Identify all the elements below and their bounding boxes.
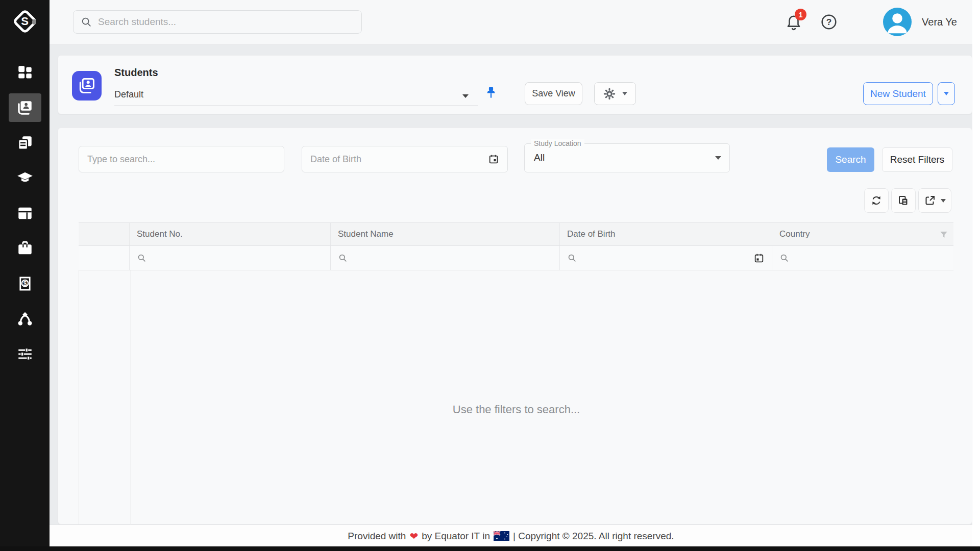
dashboard-grid-icon [16, 64, 34, 81]
chevron-down-icon [944, 92, 949, 95]
dob-filter-input[interactable] [310, 154, 483, 165]
students-list-card: Study Location All Search Reset Filters [58, 128, 972, 524]
page-title: Students [114, 67, 158, 79]
table-body-divider [130, 270, 131, 525]
chevron-down-icon [715, 156, 721, 160]
sliders-settings-icon [16, 345, 34, 363]
calendar-icon[interactable] [488, 154, 499, 165]
quick-search-field[interactable] [79, 146, 284, 172]
gear-icon [603, 87, 616, 101]
copy-icon [897, 194, 910, 207]
new-student-button[interactable]: New Student [863, 82, 933, 105]
chevron-down-icon [941, 199, 946, 203]
graduation-cap-icon [16, 169, 34, 187]
global-search-input[interactable] [98, 16, 354, 28]
notifications-button[interactable]: 1 [785, 12, 802, 32]
notification-badge: 1 [795, 9, 806, 20]
search-icon [137, 253, 146, 263]
sidebar-item-jobs[interactable] [9, 234, 41, 263]
sidebar-item-invoices[interactable]: $ [9, 269, 41, 298]
bottom-bar [0, 546, 980, 551]
export-icon [924, 194, 936, 207]
view-select[interactable]: Default [114, 85, 478, 106]
sidebar-item-documents[interactable] [9, 129, 41, 157]
students-icon [16, 99, 34, 116]
students-module-icon [72, 71, 102, 101]
calendar-icon[interactable] [753, 253, 765, 264]
module-header-card: Students Default Save View [58, 55, 972, 114]
app-window: S [0, 0, 980, 551]
documents-icon [16, 134, 34, 152]
avatar[interactable] [883, 8, 912, 36]
search-icon [338, 253, 348, 263]
global-search[interactable] [73, 10, 362, 34]
svg-text:$: $ [23, 280, 27, 287]
students-table: Student No. Student Name Date of Birth C… [79, 222, 953, 525]
sidebar-item-students[interactable] [9, 93, 41, 122]
col-date-of-birth[interactable]: Date of Birth [560, 223, 772, 245]
table-body: Use the filters to search... [79, 270, 953, 525]
app-logo[interactable]: S [12, 8, 38, 35]
search-icon [567, 253, 577, 263]
dob-filter-field[interactable] [302, 146, 508, 172]
col-select[interactable] [79, 223, 130, 245]
filter-cell-country[interactable] [772, 246, 953, 270]
sidebar: S [0, 0, 50, 551]
new-student-dropdown-button[interactable] [938, 82, 955, 105]
filter-cell-select [79, 246, 130, 270]
chevron-down-icon [462, 94, 469, 98]
filter-cell-student-name[interactable] [331, 246, 560, 270]
sidebar-item-agents[interactable] [9, 305, 41, 333]
save-view-button[interactable]: Save View [525, 82, 582, 105]
sidebar-item-boards[interactable] [9, 199, 41, 228]
help-icon[interactable]: ? [821, 14, 837, 30]
scrollbar-track[interactable] [972, 0, 980, 546]
logo-letter: S [12, 8, 38, 35]
page-body: Students Default Save View [50, 45, 980, 551]
footer-copyright: | Copyright © 2025. All right reserved. [513, 531, 674, 542]
search-button[interactable]: Search [827, 147, 874, 172]
filter-cell-student-no[interactable] [130, 246, 331, 270]
chevron-down-icon [622, 92, 627, 95]
topbar: 1 ? Vera Ye [50, 0, 972, 44]
table-filter-row [79, 246, 953, 270]
heart-icon: ❤ [409, 530, 418, 542]
filter-cell-dob[interactable] [560, 246, 772, 270]
export-button[interactable] [918, 188, 951, 213]
view-settings-button[interactable] [594, 82, 636, 105]
col-country-label: Country [779, 229, 810, 239]
quick-search-input[interactable] [87, 154, 276, 165]
refresh-icon [870, 194, 883, 207]
sidebar-item-settings[interactable] [9, 340, 41, 368]
australia-flag-icon [494, 531, 509, 541]
study-location-label: Study Location [531, 139, 584, 147]
footer-provided-suffix: by Equator IT in [422, 531, 490, 542]
briefcase-icon [16, 240, 34, 257]
sidebar-nav: $ [9, 58, 41, 368]
sidebar-item-courses[interactable] [9, 164, 41, 192]
student-card-icon [77, 76, 96, 95]
svg-text:?: ? [826, 17, 832, 27]
pin-view-button[interactable] [484, 85, 498, 101]
refresh-button[interactable] [864, 188, 889, 213]
footer: Provided with ❤ by Equator IT in | Copyr… [50, 524, 972, 547]
table-header-row: Student No. Student Name Date of Birth C… [79, 222, 953, 246]
view-select-value: Default [114, 89, 143, 100]
copy-grid-button[interactable] [891, 188, 916, 213]
sidebar-item-dashboard[interactable] [9, 58, 41, 87]
invoice-dollar-icon: $ [16, 275, 34, 292]
table-actions [864, 188, 951, 213]
reset-filters-button[interactable]: Reset Filters [882, 147, 952, 172]
user-silhouette-icon [883, 8, 912, 36]
username[interactable]: Vera Ye [922, 16, 957, 28]
search-icon [779, 253, 789, 263]
topbar-right: 1 ? Vera Ye [785, 8, 957, 36]
layout-boards-icon [16, 205, 34, 222]
search-icon [81, 16, 92, 28]
col-student-no[interactable]: Student No. [130, 223, 331, 245]
col-country[interactable]: Country [772, 223, 953, 245]
study-location-select[interactable]: Study Location All [524, 143, 730, 172]
network-agents-icon [16, 310, 34, 328]
col-student-name[interactable]: Student Name [331, 223, 560, 245]
filter-funnel-icon[interactable] [939, 230, 948, 239]
